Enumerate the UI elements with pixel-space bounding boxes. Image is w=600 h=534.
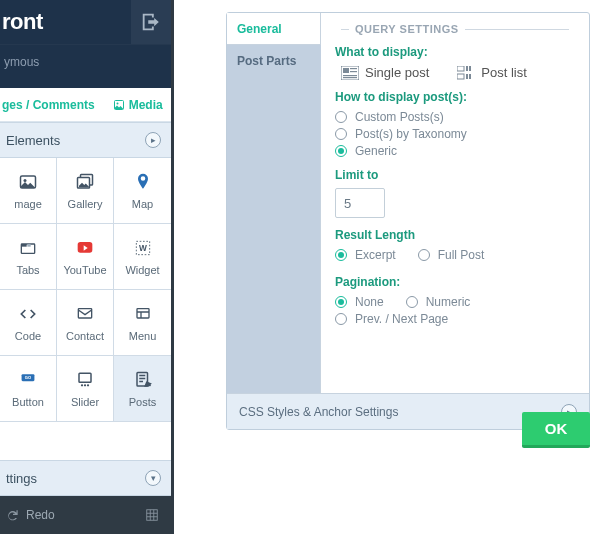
radio-icon — [335, 313, 347, 325]
svg-point-19 — [87, 384, 89, 386]
svg-text:W: W — [139, 243, 147, 253]
redo-icon — [6, 508, 20, 522]
radio-pag-none[interactable]: None — [335, 295, 384, 309]
panel-tabs: General Post Parts — [227, 13, 321, 393]
element-contact[interactable]: Contact — [57, 290, 114, 356]
ok-button[interactable]: OK — [522, 412, 590, 448]
svg-rect-8 — [27, 244, 30, 247]
radio-icon — [335, 145, 347, 157]
redo-button[interactable]: Redo — [6, 508, 55, 522]
radio-icon — [335, 128, 347, 140]
label-pagination: Pagination: — [335, 275, 575, 289]
radio-pag-numeric[interactable]: Numeric — [406, 295, 471, 309]
limit-input[interactable]: 5 — [335, 188, 385, 218]
element-youtube[interactable]: YouTube — [57, 224, 114, 290]
tab-media[interactable]: Media — [113, 98, 163, 112]
svg-rect-30 — [469, 66, 471, 71]
chevron-down-icon: ▾ — [145, 470, 161, 486]
svg-rect-21 — [147, 510, 158, 521]
svg-rect-32 — [466, 74, 468, 79]
element-tabs[interactable]: Tabs — [0, 224, 57, 290]
image-icon — [17, 172, 39, 192]
label-what-to-display: What to display: — [335, 45, 575, 59]
menu-icon — [132, 304, 154, 324]
svg-rect-31 — [457, 74, 464, 79]
element-posts[interactable]: Posts — [114, 356, 171, 422]
youtube-icon — [74, 238, 96, 258]
svg-rect-29 — [466, 66, 468, 71]
svg-rect-12 — [78, 308, 91, 317]
svg-rect-13 — [137, 308, 149, 317]
svg-rect-7 — [21, 244, 26, 247]
topbar: ront — [0, 0, 171, 44]
grid-icon — [145, 508, 159, 522]
tab-pages-comments[interactable]: ges / Comments — [2, 98, 95, 112]
radio-icon — [335, 111, 347, 123]
element-slider[interactable]: Slider — [57, 356, 114, 422]
radio-excerpt[interactable]: Excerpt — [335, 248, 396, 262]
map-icon — [132, 172, 154, 192]
tab-post-parts[interactable]: Post Parts — [227, 45, 321, 77]
svg-point-17 — [81, 384, 83, 386]
svg-rect-25 — [350, 71, 357, 72]
exit-button[interactable] — [131, 0, 171, 44]
slider-icon — [74, 370, 96, 390]
grid-toggle-button[interactable] — [145, 508, 159, 522]
radio-single-post[interactable]: Single post — [335, 65, 429, 80]
widget-icon: W — [132, 238, 154, 258]
radio-icon — [335, 296, 347, 308]
single-post-icon — [341, 66, 359, 80]
post-list-icon — [457, 66, 475, 80]
posts-icon — [132, 370, 154, 390]
svg-point-1 — [116, 102, 118, 104]
radio-custom-posts[interactable]: Custom Posts(s) — [335, 110, 575, 124]
svg-rect-24 — [350, 68, 357, 69]
element-button[interactable]: GO Button — [0, 356, 57, 422]
exit-icon — [140, 11, 162, 33]
label-limit-to: Limit to — [335, 168, 575, 182]
gallery-icon — [74, 172, 96, 192]
radio-generic[interactable]: Generic — [335, 144, 575, 158]
element-menu[interactable]: Menu — [114, 290, 171, 356]
content-tabs: ges / Comments Media — [0, 88, 171, 122]
svg-rect-26 — [343, 75, 357, 76]
radio-post-list[interactable]: Post list — [451, 65, 527, 80]
element-gallery[interactable]: Gallery — [57, 158, 114, 224]
radio-icon — [406, 296, 418, 308]
bottom-bar: Redo — [0, 496, 171, 534]
element-map[interactable]: Map — [114, 158, 171, 224]
what-to-display-options: Single post Post list — [335, 65, 575, 80]
svg-rect-28 — [457, 66, 464, 71]
contact-icon — [74, 304, 96, 324]
svg-text:GO: GO — [25, 375, 31, 380]
section-settings-header[interactable]: ttings ▾ — [0, 460, 171, 496]
elements-grid: mage Gallery Map Tabs YouTube W Widget C… — [0, 158, 171, 422]
panel-content: QUERY SETTINGS What to display: Single p… — [321, 13, 589, 393]
chevron-right-icon: ▸ — [145, 132, 161, 148]
element-code[interactable]: Code — [0, 290, 57, 356]
svg-rect-27 — [343, 77, 357, 78]
section-settings-label: ttings — [6, 471, 37, 486]
svg-point-3 — [24, 179, 27, 182]
svg-rect-33 — [469, 74, 471, 79]
button-icon: GO — [17, 370, 39, 390]
section-elements-label: Elements — [6, 133, 60, 148]
query-settings-legend: QUERY SETTINGS — [335, 23, 575, 35]
section-elements-header[interactable]: Elements ▸ — [0, 122, 171, 158]
radio-pag-prevnext[interactable]: Prev. / Next Page — [335, 312, 575, 326]
logo: ront — [0, 9, 43, 35]
tab-general[interactable]: General — [227, 13, 321, 45]
radio-by-taxonomy[interactable]: Post(s) by Taxonomy — [335, 127, 575, 141]
radio-icon — [418, 249, 430, 261]
radio-full-post[interactable]: Full Post — [418, 248, 485, 262]
radio-icon — [335, 249, 347, 261]
settings-panel: General Post Parts QUERY SETTINGS What t… — [226, 12, 590, 430]
tabs-icon — [17, 238, 39, 258]
code-icon — [17, 304, 39, 324]
element-widget[interactable]: W Widget — [114, 224, 171, 290]
svg-point-18 — [84, 384, 86, 386]
label-result-length: Result Length — [335, 228, 575, 242]
label-how-to-display: How to display post(s): — [335, 90, 575, 104]
left-sidebar: ront ymous ges / Comments Media Elements… — [0, 0, 174, 534]
element-image[interactable]: mage — [0, 158, 57, 224]
